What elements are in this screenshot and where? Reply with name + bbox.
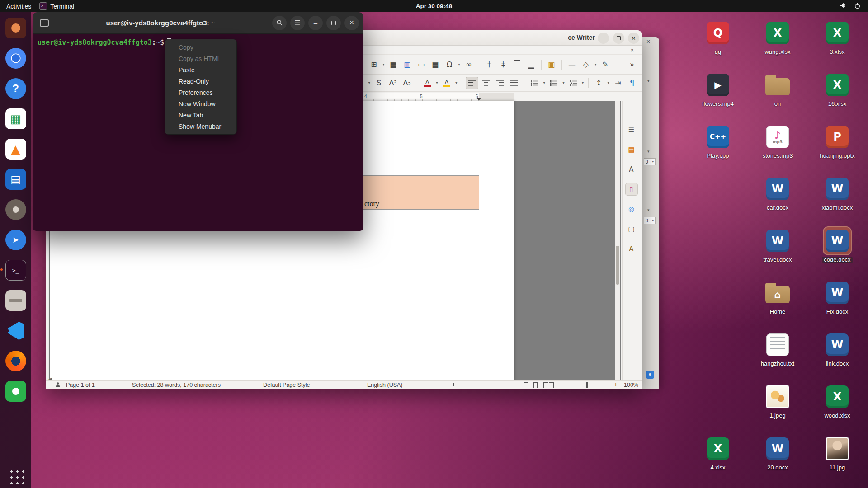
font-color-button[interactable]: A <box>421 77 434 89</box>
insert-footnote-button[interactable]: † <box>483 58 495 71</box>
character-deck-icon[interactable]: A <box>625 163 638 176</box>
search-button[interactable] <box>272 16 287 30</box>
navigator-deck-icon[interactable]: ◎ <box>625 203 638 216</box>
freeform-line-button[interactable]: ✎ <box>599 58 612 71</box>
close-icon[interactable]: × <box>646 38 650 45</box>
dock-item-green-app[interactable] <box>5 380 27 403</box>
dock-item-libreoffice-calc[interactable]: ▦ <box>5 108 27 130</box>
dock-item-chromium[interactable] <box>5 47 27 70</box>
desktop-icon-4-xlsx[interactable]: X 4.xlsx <box>688 433 748 485</box>
chevron-down-icon[interactable]: ▾ <box>647 208 650 212</box>
desktop-icon-20-docx[interactable]: W 20.docx <box>748 433 807 485</box>
context-menu-item-read-only[interactable]: Read-Only <box>165 75 236 87</box>
desktop-icon-car-docx[interactable]: W car.docx <box>748 173 807 225</box>
zoom-in-button[interactable]: + <box>614 381 618 388</box>
subscript-button[interactable]: A₂ <box>401 77 413 89</box>
basic-shapes-button[interactable]: ◇ <box>580 58 592 71</box>
chevron-down-icon[interactable]: ▾ <box>581 81 585 85</box>
strikethrough-button[interactable]: S <box>373 77 385 89</box>
desktop-icon-16-xlsx[interactable]: X 16.xlsx <box>807 69 867 121</box>
dock-item-blue-app[interactable]: ➤ <box>5 229 27 251</box>
view-layout-multi-icon[interactable] <box>533 382 541 388</box>
indent-marker-icon[interactable] <box>476 98 481 101</box>
dock-item-gimp[interactable] <box>5 198 27 221</box>
formatting-marks-button[interactable]: ¶ <box>626 77 638 89</box>
justify-button[interactable] <box>508 77 520 89</box>
context-menu-item-new-window[interactable]: New Window <box>165 98 236 109</box>
align-right-button[interactable] <box>494 77 506 89</box>
toolbar-overflow-button[interactable]: » <box>626 58 638 71</box>
power-icon[interactable] <box>854 2 861 10</box>
insert-endnote-button[interactable]: ‡ <box>497 58 509 71</box>
chevron-down-icon[interactable]: ▾ <box>606 81 610 85</box>
sidebar-settings-icon[interactable]: ☰ <box>625 123 638 136</box>
close-button[interactable]: × <box>628 33 639 44</box>
close-button[interactable]: × <box>344 16 359 30</box>
insert-textbox-button[interactable]: ▭ <box>415 58 428 71</box>
dock-item-ubuntu-software[interactable] <box>5 17 27 39</box>
close-toolbar-icon[interactable]: × <box>630 47 634 53</box>
vertical-scrollbar[interactable] <box>615 101 620 381</box>
maximize-button[interactable] <box>326 16 341 30</box>
spinner-field[interactable]: 0▾ <box>644 217 656 224</box>
menu-button[interactable]: ☰ <box>290 16 305 30</box>
page-count[interactable]: Page 1 of 1 <box>66 382 95 388</box>
highlight-color-button[interactable]: A <box>440 77 453 89</box>
chevron-down-icon[interactable]: ▾ <box>542 81 546 85</box>
chevron-down-icon[interactable]: ▾ <box>457 62 461 66</box>
desktop-icon-code-docx[interactable]: W code.docx <box>807 225 867 277</box>
insert-header-button[interactable]: ▔ <box>511 58 524 71</box>
highlighted-table-cell[interactable]: ctory <box>363 175 479 210</box>
desktop-icon-wang-xlsx[interactable]: X wang.xlsx <box>748 17 807 69</box>
dock-item-help[interactable]: ? <box>5 77 27 100</box>
desktop-icon-flowers-mp4[interactable]: ▶ flowers.mp4 <box>688 69 748 121</box>
text-language[interactable]: English (USA) <box>367 382 403 388</box>
style-inspector-deck-icon[interactable]: ▢ <box>625 223 638 235</box>
insert-footer-button[interactable]: ▁ <box>525 58 538 71</box>
desktop-icon-11-jpg[interactable]: 11.jpg <box>807 433 867 485</box>
outline-list-button[interactable] <box>567 77 580 89</box>
navigator-mini-icon[interactable] <box>646 371 654 379</box>
dock-item-terminal[interactable]: >_ <box>5 259 27 282</box>
insert-hyperlink-button[interactable]: ∞ <box>462 58 475 71</box>
desktop-icon-huanjing-pptx[interactable]: P huanjing.pptx <box>807 121 867 173</box>
insert-table-button[interactable]: ⊞ <box>368 58 380 71</box>
properties-deck-icon[interactable]: ▤ <box>625 143 638 156</box>
page-style[interactable]: Default Page Style <box>263 382 310 388</box>
chevron-down-icon[interactable]: ▾ <box>382 62 386 66</box>
desktop-icon-link-docx[interactable]: W link.docx <box>807 329 867 381</box>
desktop-icon-wood-xlsx[interactable]: X wood.xlsx <box>807 381 867 433</box>
view-layout-single-icon[interactable] <box>524 382 531 388</box>
volume-icon[interactable] <box>840 2 847 10</box>
new-tab-icon[interactable] <box>40 19 49 27</box>
superscript-button[interactable]: A² <box>387 77 399 89</box>
chevron-down-icon[interactable]: ▾ <box>594 62 598 66</box>
context-menu-item-new-tab[interactable]: New Tab <box>165 109 236 121</box>
desktop-icon-home[interactable]: ⌂ Home <box>748 277 807 329</box>
desktop-icon-hangzhou-txt[interactable]: hangzhou.txt <box>748 329 807 381</box>
bullet-list-button[interactable] <box>528 77 541 89</box>
insert-line-button[interactable]: — <box>566 58 578 71</box>
show-applications-icon[interactable] <box>7 467 24 484</box>
increase-indent-button[interactable]: ⇥ <box>612 77 624 89</box>
context-menu-item-paste[interactable]: Paste <box>165 64 236 75</box>
chevron-down-icon[interactable]: ▾ <box>368 81 372 85</box>
terminal-titlebar[interactable]: user@iv-yds8okrgg0cva4ffgto3: ~ ☰ – × <box>33 12 363 34</box>
dock-item-files[interactable] <box>5 289 27 312</box>
insert-image-button[interactable]: ▦ <box>387 58 400 71</box>
desktop-icon-travel-docx[interactable]: W travel.docx <box>748 225 807 277</box>
align-center-button[interactable] <box>480 77 492 89</box>
desktop-icon-3-xlsx[interactable]: X 3.xlsx <box>807 17 867 69</box>
desktop-icon-xiaomi-docx[interactable]: W xiaomi.docx <box>807 173 867 225</box>
insert-section-button[interactable]: ▤ <box>429 58 442 71</box>
chevron-down-icon[interactable]: ▾ <box>561 81 566 85</box>
desktop-icon-on-folder[interactable]: on <box>748 69 807 121</box>
desktop-icon-fix-docx[interactable]: W Fix.docx <box>807 277 867 329</box>
desktop-icon-1-jpeg[interactable]: 1.jpeg <box>748 381 807 433</box>
minimize-button[interactable]: – <box>598 33 609 44</box>
zoom-slider[interactable] <box>566 385 611 385</box>
zoom-slider-thumb[interactable] <box>586 382 588 388</box>
context-menu-item-preferences[interactable]: Preferences <box>165 87 236 98</box>
accessibility-deck-icon[interactable]: A <box>625 243 638 255</box>
dock-item-vlc[interactable]: ▲ <box>5 138 27 160</box>
